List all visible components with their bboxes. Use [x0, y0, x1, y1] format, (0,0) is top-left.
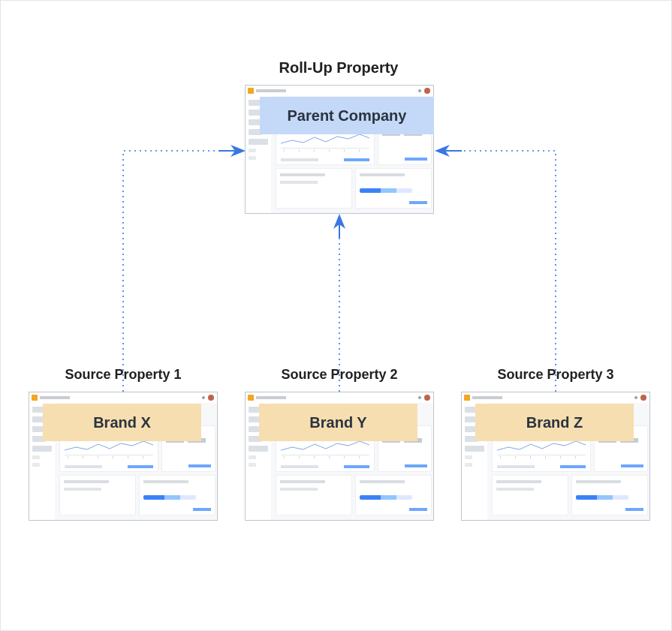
source-title-3: Source Property 3 — [462, 367, 649, 383]
avatar-icon — [208, 395, 214, 401]
avatar-icon — [424, 395, 430, 401]
analytics-logo-icon — [248, 395, 254, 401]
source-title-2: Source Property 2 — [246, 367, 433, 383]
source-banner-label-2: Brand Y — [259, 404, 417, 441]
analytics-logo-icon — [464, 395, 470, 401]
analytics-logo-icon — [32, 395, 38, 401]
source-banner-label-3: Brand Z — [475, 404, 634, 441]
source-banner-label-1: Brand X — [43, 404, 201, 441]
rollup-title: Roll-Up Property — [226, 59, 451, 77]
diagram-canvas: Roll-Up Property — [0, 0, 672, 631]
avatar-icon — [424, 88, 430, 94]
rollup-banner-label: Parent Company — [260, 97, 434, 134]
avatar-icon — [640, 395, 646, 401]
analytics-logo-icon — [248, 88, 254, 94]
source-title-1: Source Property 1 — [29, 367, 217, 383]
